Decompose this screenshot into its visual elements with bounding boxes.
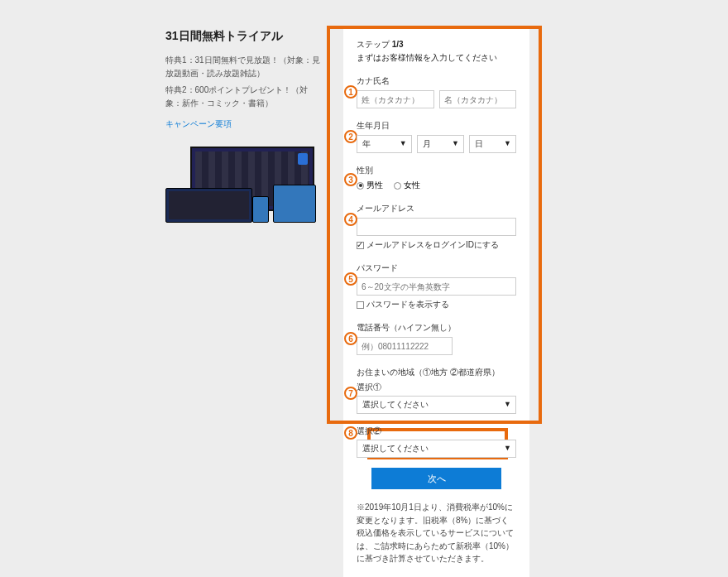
region1-select[interactable]: 選択してください: [357, 396, 516, 414]
tel-input[interactable]: [357, 337, 453, 355]
email-as-login-check[interactable]: メールアドレスをログインIDにする: [357, 239, 516, 251]
signup-form-panel: ステップ 1/3 まずはお客様情報を入力してください 1 カナ氏名 2 生年月日…: [343, 29, 529, 577]
dob-label: 生年月日: [357, 120, 516, 132]
badge-7: 7: [344, 387, 357, 400]
kana-first-input[interactable]: [439, 90, 517, 108]
year-select[interactable]: 年: [357, 135, 412, 153]
page-title: 31日間無料トライアル: [165, 29, 323, 44]
password-input[interactable]: [357, 277, 516, 296]
region-label: お住まいの地域（①地方 ②都道府県）: [357, 367, 516, 378]
region2-select[interactable]: 選択してください: [357, 440, 516, 458]
badge-4: 4: [344, 213, 357, 226]
campaign-link[interactable]: キャンペーン要項: [165, 118, 232, 130]
badge-6: 6: [344, 332, 357, 345]
badge-5: 5: [344, 272, 357, 286]
email-label: メールアドレス: [357, 203, 516, 214]
badge-3: 3: [344, 173, 357, 186]
benefit-2: 特典2：600ポイントプレゼント！（対象：新作・コミック・書籍）: [165, 84, 323, 110]
tel-label: 電話番号（ハイフン無し）: [357, 322, 516, 334]
next-button[interactable]: 次へ: [371, 468, 501, 489]
month-select[interactable]: 月: [417, 135, 464, 153]
benefit-1: 特典1：31日間無料で見放題！（対象：見放題動画・読み放題雑誌）: [165, 54, 323, 80]
gender-male-radio[interactable]: 男性: [357, 180, 383, 191]
show-password-check[interactable]: パスワードを表示する: [357, 299, 516, 310]
day-select[interactable]: 日: [469, 135, 516, 153]
password-label: パスワード: [357, 262, 516, 274]
gender-female-radio[interactable]: 女性: [394, 180, 420, 191]
kana-last-input[interactable]: [357, 90, 434, 108]
kana-label: カナ氏名: [357, 75, 516, 87]
badge-2: 2: [344, 130, 357, 143]
badge-8: 8: [344, 426, 357, 440]
tax-note: ※2019年10月1日より、消費税率が10%に変更となります。旧税率（8%）に基…: [343, 501, 529, 575]
step-indicator: ステップ 1/3: [357, 39, 516, 50]
step-description: まずはお客様情報を入力してください: [357, 52, 516, 64]
email-input[interactable]: [357, 218, 516, 236]
select1-label: 選択①: [357, 382, 516, 393]
badge-1: 1: [344, 85, 357, 99]
gender-label: 性別: [357, 165, 516, 176]
devices-illustration: [165, 147, 318, 223]
select2-label: 選択②: [357, 426, 516, 437]
